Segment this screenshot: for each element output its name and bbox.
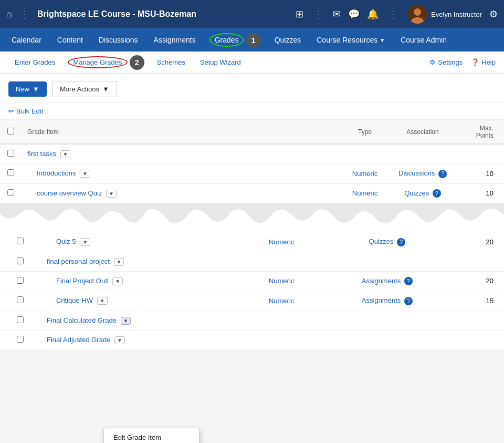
col-max-points: Max. Points [457,120,504,145]
grade-item-name[interactable]: Quiz 5 [56,238,76,245]
table-row: Final Calculated Grade ▼ [0,311,504,330]
item-dropdown-btn[interactable]: ▼ [114,336,125,344]
settings-gear-icon[interactable]: ⚙ [489,8,498,20]
item-dropdown-btn[interactable]: ▼ [80,238,90,246]
select-all-checkbox[interactable] [7,128,14,135]
user-area: Evelyn Instructor [408,5,482,24]
user-name: Evelyn Instructor [431,11,482,18]
bell-icon[interactable]: 🔔 [367,8,379,20]
row-checkbox[interactable] [17,277,24,284]
association-help-icon[interactable]: ? [397,238,405,246]
step-1-circle: 1 [246,33,261,47]
nav-item-calendar[interactable]: Calendar [4,28,49,51]
table-row: Final Adjusted Grade ▼ [0,330,504,349]
divider-3: ⋮ [388,8,398,20]
grade-item-name[interactable]: Introductions [37,169,76,177]
table-row: final personal project ▼ [0,252,504,271]
context-menu-edit-grade-item[interactable]: Edit Grade Item [104,428,199,443]
row-checkbox[interactable] [17,336,24,343]
grade-table-bottom: Quiz 5 ▼ Numeric Quizzes ? 20 final pers… [0,232,504,350]
grades-circle-annotation: Grades [209,33,244,47]
grade-item-name[interactable]: Final Adjusted Grade [47,336,110,344]
item-dropdown-btn[interactable]: ▼ [114,258,124,266]
nav-item-course-resources[interactable]: Course Resources ▼ [309,28,392,51]
new-dropdown-arrow: ▼ [33,85,39,93]
divider-1: ⋮ [19,8,30,20]
home-icon[interactable]: ⌂ [6,9,12,20]
chat-icon[interactable]: 💬 [348,8,360,20]
row-checkbox[interactable] [7,150,14,157]
nav-item-content[interactable]: Content [50,28,90,51]
table-row: first tasks ▼ [0,144,504,164]
toolbar: New ▼ More Actions ▼ [0,74,504,103]
grid-icon[interactable]: ⊞ [296,8,303,20]
table-row: course overview Quiz ▼ Numeric Quizzes ?… [0,183,504,203]
grade-item-name[interactable]: Final Calculated Grade [47,316,117,324]
col-association: Association [388,120,457,145]
mail-icon[interactable]: ✉ [333,8,341,20]
table-row: Critique HW ▼ Numeric Assignments ? 15 [0,291,504,311]
torn-paper [0,203,504,232]
row-checkbox[interactable] [17,296,24,303]
subnav-schemes[interactable]: Schemes [151,51,192,74]
settings-link[interactable]: ⚙ Settings [429,58,463,66]
nav-item-quizzes[interactable]: Quizzes [267,28,309,51]
item-dropdown-btn[interactable]: ▼ [60,150,71,158]
edit-icon: ✏ [8,107,14,115]
app-title: Brightspace LE Course - MSU-Bozeman [37,9,290,19]
row-checkbox[interactable] [7,189,14,196]
association-help-icon[interactable]: ? [433,189,441,198]
svg-point-1 [414,8,421,16]
subnav-enter-grades[interactable]: Enter Grades [8,51,61,74]
new-button[interactable]: New ▼ [8,81,47,97]
item-dropdown-btn[interactable]: ▼ [80,170,90,178]
course-resources-arrow: ▼ [380,37,385,43]
grade-table: Grade Item Type Association Max. Points [0,120,504,203]
col-type: Type [341,120,388,145]
row-checkbox[interactable] [17,238,24,244]
subnav-manage-grades[interactable]: Manage Grades 2 [64,51,148,74]
avatar [408,5,427,24]
nav-item-course-admin[interactable]: Course Admin [393,28,454,51]
context-menu: Edit Grade Item Enter Grades 👆 3 View St… [103,428,200,443]
bulk-edit-link[interactable]: ✏ Bulk Edit [8,107,43,115]
manage-grades-circle-annotation: Manage Grades [68,56,127,68]
nav-item-discussions[interactable]: Discussions [91,28,145,51]
table-row: Final Project Outl ▼ Numeric Assignments… [0,271,504,291]
grade-item-name[interactable]: Critique HW [56,296,93,304]
grade-item-name[interactable]: final personal project [47,257,110,265]
help-icon: ❓ [471,58,479,66]
table-row: Introductions ▼ Numeric Discussions ? 10 [0,164,504,184]
row-checkbox[interactable] [17,257,24,264]
bulk-edit-bar: ✏ Bulk Edit [0,103,504,120]
nav-item-grades[interactable]: Grades 1 [204,28,266,51]
row-checkbox[interactable] [7,169,14,176]
divider-2: ⋮ [313,8,323,20]
nav-bar: Calendar Content Discussions Assignments… [0,28,504,51]
item-dropdown-btn[interactable]: ▼ [112,277,123,285]
step-2-circle: 2 [130,55,144,70]
help-link[interactable]: ❓ Help [471,58,496,66]
top-icons: ⊞ ⋮ ✉ 💬 🔔 ⋮ Evelyn Instructor ⚙ [296,5,498,24]
torn-paper-svg [0,203,504,232]
more-actions-button[interactable]: More Actions ▼ [52,81,117,97]
sub-nav-right: ⚙ Settings ❓ Help [429,58,496,66]
page-wrapper: ⌂ ⋮ Brightspace LE Course - MSU-Bozeman … [0,0,504,350]
table-row: Quiz 5 ▼ Numeric Quizzes ? 20 [0,232,504,252]
item-dropdown-btn[interactable]: ▼ [106,190,117,198]
item-dropdown-btn[interactable]: ▼ [121,317,131,325]
grade-item-name[interactable]: first tasks [27,150,56,158]
grade-item-name[interactable]: course overview Quiz [37,189,102,197]
association-help-icon[interactable]: ? [438,170,447,178]
settings-link-icon: ⚙ [429,58,436,66]
nav-item-assignments[interactable]: Assignments [146,28,203,51]
association-help-icon[interactable]: ? [404,277,413,285]
subnav-setup-wizard[interactable]: Setup Wizard [194,51,247,74]
association-help-icon[interactable]: ? [404,297,413,305]
row-checkbox[interactable] [17,316,24,323]
col-grade-item: Grade Item [21,120,341,145]
grade-item-name[interactable]: Final Project Outl [56,277,109,285]
sub-nav: Enter Grades Manage Grades 2 Schemes Set… [0,51,504,74]
item-dropdown-btn[interactable]: ▼ [97,297,108,305]
col-checkbox [0,120,21,145]
